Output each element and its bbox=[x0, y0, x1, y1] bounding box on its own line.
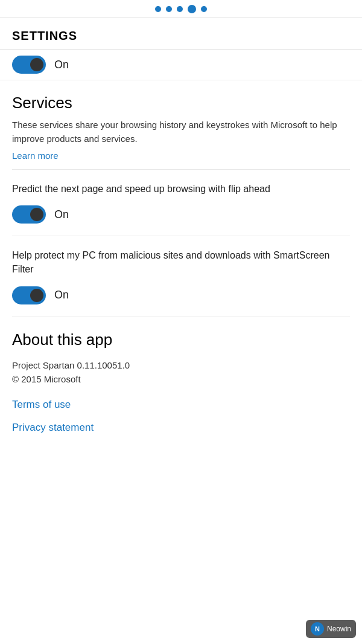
smartscreen-toggle-knob bbox=[30, 289, 43, 302]
scrolled-toggle-knob bbox=[30, 58, 43, 71]
scrolled-toggle-row: On bbox=[0, 50, 362, 80]
flip-ahead-toggle-row: On bbox=[12, 205, 350, 224]
smartscreen-toggle-label: On bbox=[54, 289, 69, 301]
flip-ahead-description: Predict the next page and speed up brows… bbox=[12, 182, 350, 196]
copyright-text: © 2015 Microsoft bbox=[12, 374, 350, 384]
about-section: About this app Project Spartan 0.11.1005… bbox=[12, 317, 350, 451]
app-version: Project Spartan 0.11.10051.0 bbox=[12, 360, 350, 370]
learn-more-link[interactable]: Learn more bbox=[12, 150, 59, 161]
services-description: These services share your browsing histo… bbox=[12, 118, 350, 146]
dot-2 bbox=[166, 6, 172, 12]
terms-of-use-link[interactable]: Terms of use bbox=[12, 399, 350, 411]
dot-1 bbox=[155, 6, 161, 12]
neowin-label: Neowin bbox=[327, 625, 351, 633]
dot-4 bbox=[188, 5, 196, 13]
services-title: Services bbox=[12, 94, 350, 112]
top-dots bbox=[155, 5, 207, 13]
about-title: About this app bbox=[12, 330, 350, 349]
main-content: Services These services share your brows… bbox=[0, 80, 362, 451]
services-section: Services These services share your brows… bbox=[12, 80, 350, 170]
smartscreen-description: Help protect my PC from malicious sites … bbox=[12, 248, 350, 276]
flip-ahead-section: Predict the next page and speed up brows… bbox=[12, 170, 350, 236]
neowin-badge: N Neowin bbox=[306, 620, 356, 638]
flip-ahead-toggle[interactable] bbox=[12, 205, 46, 224]
smartscreen-toggle[interactable] bbox=[12, 286, 46, 304]
dot-3 bbox=[177, 6, 183, 12]
settings-header: SETTINGS bbox=[0, 18, 362, 50]
flip-ahead-toggle-knob bbox=[30, 208, 43, 221]
scrolled-toggle[interactable] bbox=[12, 56, 46, 74]
scrolled-toggle-label: On bbox=[54, 59, 69, 71]
neowin-icon: N bbox=[311, 622, 324, 636]
dot-5 bbox=[201, 6, 207, 12]
page-title: SETTINGS bbox=[12, 29, 350, 43]
flip-ahead-toggle-label: On bbox=[54, 208, 69, 221]
privacy-statement-link[interactable]: Privacy statement bbox=[12, 422, 350, 434]
smartscreen-section: Help protect my PC from malicious sites … bbox=[12, 236, 350, 317]
top-bar bbox=[0, 0, 362, 18]
smartscreen-toggle-row: On bbox=[12, 286, 350, 304]
